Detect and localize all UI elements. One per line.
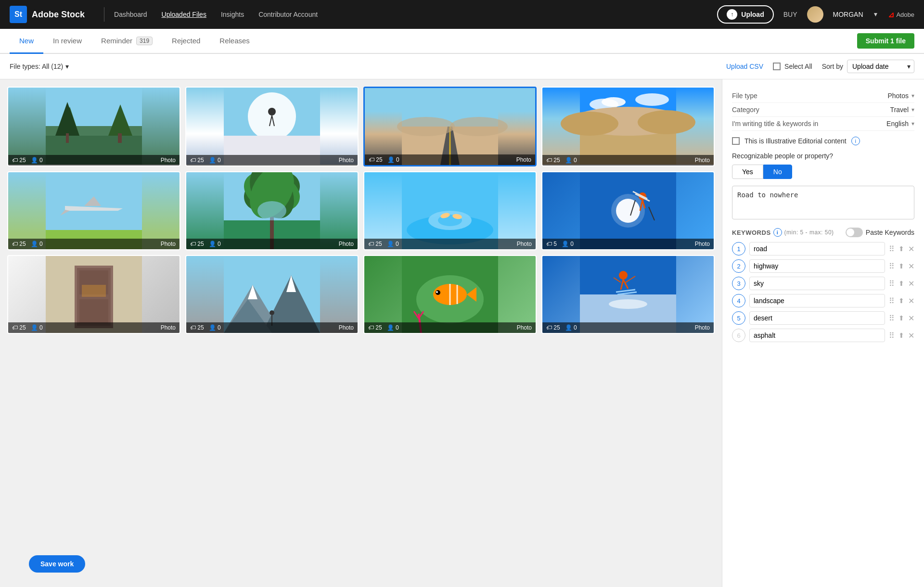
upload-arrow-icon: ↑: [731, 11, 733, 18]
photo-card[interactable]: ✓ 🏷 25: [363, 87, 537, 166]
photo-card[interactable]: 🏷 25 👤 0 Photo: [363, 171, 537, 250]
buy-link[interactable]: BUY: [783, 11, 797, 18]
upload-csv-button[interactable]: Upload CSV: [726, 63, 763, 70]
yes-button[interactable]: Yes: [732, 165, 763, 179]
keyword-drag-icon[interactable]: ⠿: [889, 262, 895, 271]
keyword-drag-icon[interactable]: ⠿: [889, 331, 895, 340]
keywords-info-icon[interactable]: i: [773, 228, 782, 237]
keyword-drag-icon[interactable]: ⠿: [889, 244, 895, 254]
photo-card[interactable]: 🏷 25 👤 0 Photo: [541, 87, 715, 166]
user-name[interactable]: MORGAN: [833, 11, 863, 18]
editorial-label: This is Illustrative Editorial content: [744, 137, 847, 145]
photo-card[interactable]: 🏷 25 👤 0 Photo: [541, 255, 715, 334]
file-type-filter[interactable]: File types: All (12) ▾: [10, 63, 69, 70]
tab-reminder[interactable]: Reminder 319: [91, 29, 162, 54]
keyword-move-up-icon[interactable]: ⬆: [898, 297, 904, 305]
photo-card[interactable]: 🏷 25 👤 0 Photo: [7, 171, 180, 250]
keyword-move-up-icon[interactable]: ⬆: [898, 332, 904, 339]
nav-contributor-account[interactable]: Contributor Account: [258, 11, 318, 18]
title-textarea[interactable]: Road to nowhere: [732, 186, 914, 219]
photo-grid-area: 🏷 25 👤 0 Photo: [0, 79, 722, 587]
photo-image: [542, 172, 714, 249]
photo-type: Photo: [161, 324, 176, 331]
tab-releases[interactable]: Releases: [210, 29, 259, 54]
reminder-badge: 319: [136, 37, 153, 45]
keyword-move-up-icon[interactable]: ⬆: [898, 245, 904, 253]
language-chevron-icon: ▾: [911, 120, 914, 127]
paste-keywords-toggle[interactable]: Paste Keywords: [846, 228, 914, 237]
photo-card[interactable]: 🏷 5 👤 0 Photo: [541, 171, 715, 250]
people-count: 👤 0: [387, 156, 399, 163]
svg-point-70: [270, 310, 274, 315]
photo-card[interactable]: 🏷 25 👤 0 Photo: [7, 87, 180, 166]
main-layout: 🏷 25 👤 0 Photo: [0, 79, 924, 587]
nav-uploaded-files[interactable]: Uploaded Files: [162, 11, 206, 18]
photo-card[interactable]: 🏷 25 👤 0 Photo: [185, 171, 359, 250]
photo-footer: 🏷 25 👤 0 Photo: [186, 239, 358, 249]
photo-footer: 🏷 25 👤 0 Photo: [365, 154, 535, 165]
nav-dashboard[interactable]: Dashboard: [114, 11, 147, 18]
tab-new[interactable]: New: [10, 29, 43, 54]
logo[interactable]: St Adobe Stock: [10, 6, 85, 23]
keyword-delete-icon[interactable]: ✕: [908, 244, 914, 254]
file-type-field-value[interactable]: Photos ▾: [887, 92, 914, 100]
toggle-switch[interactable]: [846, 228, 863, 237]
photo-stats: 🏷 25 👤 0: [546, 324, 577, 331]
people-count: 👤 0: [31, 324, 43, 331]
keyword-input-5[interactable]: [749, 311, 885, 325]
photo-type: Photo: [339, 241, 354, 247]
editorial-checkbox[interactable]: [732, 137, 740, 145]
photo-footer: 🏷 25 👤 0 Photo: [186, 322, 358, 333]
keyword-move-up-icon[interactable]: ⬆: [898, 262, 904, 270]
photo-card[interactable]: 🏷 25 👤 0 Photo: [363, 255, 537, 334]
photo-image: [365, 88, 535, 165]
keyword-input-2[interactable]: [749, 259, 885, 273]
keyword-delete-icon[interactable]: ✕: [908, 314, 914, 323]
photo-stats: 🏷 25 👤 0: [12, 324, 43, 331]
keyword-input-6[interactable]: [749, 329, 885, 342]
keyword-delete-icon[interactable]: ✕: [908, 279, 914, 288]
save-work-button[interactable]: Save work: [29, 555, 85, 573]
tab-rejected[interactable]: Rejected: [162, 29, 210, 54]
svg-point-23: [602, 97, 626, 107]
keyword-drag-icon[interactable]: ⠿: [889, 314, 895, 323]
upload-btn-label: Upload: [741, 11, 764, 18]
keyword-input-1[interactable]: [749, 242, 885, 255]
language-value-text: English: [886, 120, 909, 128]
editorial-row: This is Illustrative Editorial content i: [732, 137, 914, 145]
photo-stats: 🏷 5 👤 0: [546, 241, 574, 247]
keyword-delete-icon[interactable]: ✕: [908, 331, 914, 340]
keyword-move-up-icon[interactable]: ⬆: [898, 280, 904, 287]
brand-name: Adobe Stock: [32, 10, 85, 20]
keyword-move-up-icon[interactable]: ⬆: [898, 314, 904, 322]
category-field-value[interactable]: Travel ▾: [890, 106, 914, 114]
sort-select[interactable]: Upload date: [847, 60, 914, 73]
photo-card[interactable]: 🏷 25 👤 0 Photo: [185, 87, 359, 166]
keyword-input-3[interactable]: [749, 277, 885, 290]
keyword-delete-icon[interactable]: ✕: [908, 262, 914, 271]
nav-insights[interactable]: Insights: [221, 11, 244, 18]
photo-card[interactable]: 🏷 25 👤 0 Photo: [185, 255, 359, 334]
select-all-label: Select All: [784, 63, 812, 70]
people-count: 👤 0: [562, 241, 574, 247]
tab-in-review[interactable]: In review: [43, 29, 91, 54]
keywords-header: KEYWORDS i (min: 5 - max: 50) Paste Keyw…: [732, 228, 914, 237]
select-all-checkbox[interactable]: [773, 63, 781, 70]
keyword-drag-icon[interactable]: ⠿: [889, 296, 895, 306]
editorial-info-icon[interactable]: i: [851, 137, 860, 145]
keyword-delete-icon[interactable]: ✕: [908, 296, 914, 306]
keyword-input-4[interactable]: [749, 294, 885, 307]
language-field-value[interactable]: English ▾: [886, 120, 914, 128]
photo-type: Photo: [695, 241, 710, 247]
keyword-drag-icon[interactable]: ⠿: [889, 279, 895, 288]
sort-area: Sort by Upload date ▾: [822, 60, 914, 73]
photo-type: Photo: [339, 157, 354, 164]
no-button[interactable]: No: [763, 165, 792, 179]
submit-file-button[interactable]: Submit 1 file: [857, 33, 914, 49]
keyword-row: 1 ⠿ ⬆ ✕: [732, 242, 914, 255]
photo-card[interactable]: 🏷 25 👤 0 Photo: [7, 255, 180, 334]
upload-button[interactable]: ↑ Upload: [717, 5, 773, 24]
side-panel: File type Photos ▾ Category Travel ▾ I'm…: [722, 79, 924, 587]
user-avatar[interactable]: [807, 6, 823, 23]
people-count: 👤 0: [31, 241, 43, 247]
